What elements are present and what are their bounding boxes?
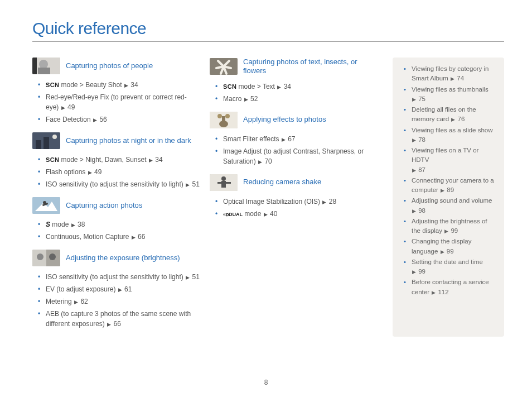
scn-icon: SCN bbox=[46, 82, 59, 88]
section-shake: Reducing camera shake bbox=[210, 174, 366, 191]
list-item: SCN mode > Night, Dawn, Sunset ▶ 34 bbox=[40, 155, 200, 165]
arrow-icon: ▶ bbox=[88, 170, 93, 175]
list-exposure: ISO sensitivity (to adjust the sensitivi… bbox=[32, 272, 200, 329]
svg-rect-25 bbox=[225, 182, 231, 184]
list-item: Viewing files by category in Smart Album… bbox=[406, 64, 497, 84]
column-right-sidebar: Viewing files by category in Smart Album… bbox=[393, 58, 504, 337]
thumb-night-icon bbox=[32, 132, 60, 149]
list-item: Macro ▶ 52 bbox=[217, 94, 366, 104]
arrow-icon: ▶ bbox=[93, 117, 98, 123]
section-macro: Capturing photos of text, insects, or fl… bbox=[210, 58, 366, 76]
list-item: Adjusting sound and volume ▶ 98 bbox=[406, 196, 497, 216]
list-item: Flash options ▶ 49 bbox=[40, 167, 200, 177]
section-title: Applying effects to photos bbox=[243, 115, 326, 124]
list-item: ISO sensitivity (to adjust the sensitivi… bbox=[40, 272, 200, 282]
column-middle: Capturing photos of text, insects, or fl… bbox=[210, 58, 366, 337]
arrow-icon: ▶ bbox=[440, 188, 445, 193]
section-title: Reducing camera shake bbox=[243, 178, 321, 186]
arrow-icon: ▶ bbox=[74, 299, 79, 305]
list-item: Optical Image Stabilization (OIS) ▶ 28 bbox=[217, 197, 366, 207]
svg-point-14 bbox=[49, 253, 56, 260]
thumb-people-icon bbox=[32, 58, 60, 74]
svg-point-1 bbox=[39, 60, 48, 69]
column-left: Capturing photos of people SCN mode > Be… bbox=[32, 58, 200, 337]
svg-point-20 bbox=[225, 114, 230, 118]
arrow-icon: ▶ bbox=[440, 249, 445, 255]
arrow-icon: ▶ bbox=[412, 97, 417, 102]
arrow-icon: ▶ bbox=[412, 137, 417, 143]
list-effects: Smart Filter effects ▶ 67 Image Adjust (… bbox=[210, 134, 366, 166]
arrow-icon: ▶ bbox=[61, 105, 66, 111]
section-title: Adjusting the exposure (brightness) bbox=[66, 253, 180, 262]
arrow-icon: ▶ bbox=[322, 199, 327, 205]
svg-rect-3 bbox=[32, 58, 37, 74]
list-item: AEB (to capture 3 photos of the same sce… bbox=[40, 309, 200, 329]
section-title: Capturing photos of text, insects, or fl… bbox=[243, 58, 366, 76]
arrow-icon: ▶ bbox=[71, 222, 76, 228]
list-item: Changing the display language ▶ 99 bbox=[406, 237, 497, 256]
arrow-icon: ▶ bbox=[185, 182, 190, 188]
list-sidebar: Viewing files by category in Smart Album… bbox=[403, 64, 497, 297]
list-item: SCN mode > Beauty Shot ▶ 34 bbox=[40, 80, 200, 90]
list-item: Deleting all files on the memory card ▶ … bbox=[406, 105, 497, 125]
scn-icon: SCN bbox=[46, 156, 59, 163]
svg-point-7 bbox=[52, 135, 57, 139]
arrow-icon: ▶ bbox=[444, 228, 449, 234]
arrow-icon: ▶ bbox=[118, 287, 123, 293]
list-item: Metering ▶ 62 bbox=[40, 296, 200, 307]
list-item: Connecting your camera to a computer ▶ 8… bbox=[406, 176, 497, 195]
arrow-icon: ▶ bbox=[263, 212, 268, 217]
list-item: S mode ▶ 38 bbox=[40, 219, 200, 229]
page-title: Quick reference bbox=[32, 19, 504, 42]
arrow-icon: ▶ bbox=[148, 157, 153, 163]
list-item: Setting the date and time ▶ 99 bbox=[406, 257, 497, 277]
section-people: Capturing photos of people bbox=[32, 58, 200, 74]
arrow-icon: ▶ bbox=[131, 234, 136, 240]
svg-rect-2 bbox=[38, 68, 50, 74]
arrow-icon: ▶ bbox=[258, 159, 263, 165]
list-people: SCN mode > Beauty Shot ▶ 34 Red-eye/Red-… bbox=[32, 80, 200, 125]
list-item: EV (to adjust exposure) ▶ 61 bbox=[40, 284, 200, 294]
page-number: 8 bbox=[0, 379, 532, 386]
arrow-icon: ▶ bbox=[124, 83, 129, 88]
arrow-icon: ▶ bbox=[412, 269, 417, 275]
section-title: Capturing action photos bbox=[66, 201, 142, 210]
thumb-action-icon bbox=[32, 197, 60, 214]
arrow-icon: ▶ bbox=[451, 117, 456, 122]
section-action: Capturing action photos bbox=[32, 197, 200, 214]
section-title: Capturing photos at night or in the dark bbox=[66, 136, 191, 145]
list-night: SCN mode > Night, Dawn, Sunset ▶ 34 Flas… bbox=[32, 155, 200, 189]
content-columns: Capturing photos of people SCN mode > Be… bbox=[32, 58, 504, 337]
scn-icon: SCN bbox=[223, 83, 236, 90]
thumb-exposure-icon bbox=[32, 250, 60, 266]
svg-point-13 bbox=[37, 253, 43, 260]
list-item: Adjusting the brightness of the display … bbox=[406, 217, 497, 236]
list-item: Viewing files as thumbnails ▶ 75 bbox=[406, 85, 497, 104]
arrow-icon: ▶ bbox=[431, 290, 436, 295]
arrow-icon: ▶ bbox=[450, 76, 455, 82]
dual-icon: «ᴅ bbox=[223, 212, 229, 217]
s-mode-icon: S bbox=[46, 221, 50, 228]
thumb-effects-icon bbox=[210, 112, 238, 128]
list-item: Before contacting a service center ▶ 112 bbox=[406, 277, 497, 297]
svg-point-19 bbox=[217, 114, 222, 118]
list-item: ISO sensitivity (to adjust the sensitivi… bbox=[40, 179, 200, 189]
section-exposure: Adjusting the exposure (brightness) bbox=[32, 250, 200, 266]
svg-rect-23 bbox=[221, 181, 226, 188]
list-item: «ᴅDUAL mode ▶ 40 bbox=[217, 209, 366, 219]
arrow-icon: ▶ bbox=[107, 322, 112, 327]
list-item: Viewing files as a slide show ▶ 78 bbox=[406, 126, 497, 145]
arrow-icon: ▶ bbox=[244, 97, 249, 102]
section-night: Capturing photos at night or in the dark bbox=[32, 132, 200, 149]
arrow-icon: ▶ bbox=[412, 168, 417, 173]
list-item: Continuous, Motion Capture ▶ 66 bbox=[40, 232, 200, 242]
list-item: Image Adjust (to adjust Contrast, Sharpn… bbox=[217, 146, 366, 166]
section-effects: Applying effects to photos bbox=[210, 112, 366, 128]
list-item: Viewing files on a TV or HDTV ▶ 87 bbox=[406, 146, 497, 175]
arrow-icon: ▶ bbox=[412, 208, 417, 214]
arrow-icon: ▶ bbox=[277, 84, 282, 90]
list-shake: Optical Image Stabilization (OIS) ▶ 28 «… bbox=[210, 197, 366, 219]
list-item: Red-eye/Red-eye Fix (to prevent or corre… bbox=[40, 92, 200, 112]
thumb-shake-icon bbox=[210, 174, 238, 191]
svg-rect-24 bbox=[217, 182, 222, 184]
